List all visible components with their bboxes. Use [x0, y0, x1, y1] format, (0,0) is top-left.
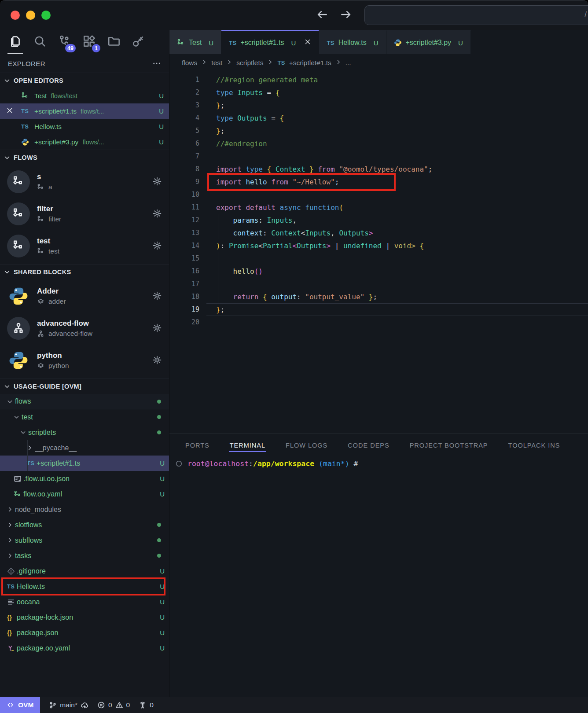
- tree-item[interactable]: oocanaU: [0, 594, 169, 610]
- breadcrumb-file[interactable]: +scriptlet#1.ts: [289, 59, 331, 67]
- editor-tab--scriptlet-1-ts[interactable]: TS+scriptlet#1.tsU: [221, 30, 319, 54]
- remote-indicator[interactable]: OVM: [0, 697, 40, 713]
- tree-item[interactable]: {}package-lock.jsonU: [0, 610, 169, 625]
- gear-icon[interactable]: [152, 355, 162, 366]
- open-editor-item[interactable]: TS+scriptlet#1.tsflows/t...U: [0, 103, 169, 119]
- branch-status[interactable]: main*: [49, 701, 88, 709]
- panel-tab-code-deps[interactable]: CODE DEPS: [348, 442, 389, 449]
- activity-item-search[interactable]: [33, 35, 46, 49]
- code-line[interactable]: 11export default async function(: [169, 201, 588, 214]
- editor-tab-test[interactable]: TestU: [169, 30, 221, 54]
- code-line[interactable]: 13 context: Context<Inputs, Outputs>: [169, 227, 588, 239]
- open-editor-item[interactable]: Testflows/testU: [0, 88, 169, 103]
- code-line[interactable]: 3};: [169, 99, 588, 112]
- chevron-down-icon: [11, 414, 22, 420]
- code-line[interactable]: 9import hello from "~/Hellow";: [169, 176, 588, 188]
- code-editor[interactable]: 1//#region generated meta2type Inputs = …: [169, 71, 588, 434]
- tree-item[interactable]: TS+scriptlet#1.tsU: [0, 456, 169, 471]
- flow-item[interactable]: filterfilter: [0, 200, 169, 228]
- command-center-search-input[interactable]: /: [364, 5, 588, 25]
- tree-item[interactable]: test: [0, 409, 169, 425]
- close-window-button[interactable]: [11, 11, 20, 20]
- gear-icon[interactable]: [152, 323, 162, 334]
- gear-icon[interactable]: [152, 209, 162, 220]
- tree-item[interactable]: .flow.ui.oo.jsonU: [0, 471, 169, 486]
- code-line[interactable]: 16 hello(): [169, 265, 588, 278]
- flow-item[interactable]: testtest: [0, 232, 169, 260]
- git-status-badge: U: [209, 39, 213, 47]
- shared-block-item[interactable]: advanced-flowadvanced-flow: [0, 314, 169, 342]
- tree-item[interactable]: scriptlets: [0, 425, 169, 440]
- terminal-decoration-icon: [175, 460, 183, 467]
- editor-tab--scriptlet-3-py[interactable]: +scriptlet#3.pyU: [386, 30, 471, 54]
- panel-tab-project-bootstrap[interactable]: PROJECT BOOTSTRAP: [410, 442, 488, 449]
- breadcrumb-item[interactable]: test: [211, 59, 222, 67]
- ports-status[interactable]: 0: [139, 701, 154, 709]
- tree-item[interactable]: slotflows: [0, 517, 169, 533]
- activity-item-folder[interactable]: [107, 35, 120, 49]
- tree-item[interactable]: {}package.jsonU: [0, 625, 169, 640]
- activity-item-blocks[interactable]: 1: [83, 35, 96, 49]
- tree-item[interactable]: __pycache__: [0, 440, 169, 456]
- shared-block-header[interactable]: SHARED BLOCKS: [0, 265, 169, 279]
- zoom-window-button[interactable]: [41, 11, 51, 20]
- problems-status[interactable]: 00: [97, 701, 130, 709]
- flow-header[interactable]: FLOWS: [0, 150, 169, 165]
- tree-item[interactable]: flows: [0, 394, 169, 409]
- tree-item[interactable]: flow.oo.yamlU: [0, 486, 169, 502]
- code-line[interactable]: 19};: [169, 303, 588, 316]
- code-line[interactable]: 10: [169, 188, 588, 201]
- code-line[interactable]: 17: [169, 278, 588, 290]
- panel-tab-ports[interactable]: PORTS: [185, 442, 209, 449]
- shared-block-item[interactable]: pythonpython: [0, 346, 169, 375]
- code-line[interactable]: 1//#region generated meta: [169, 74, 588, 86]
- code-line[interactable]: 2type Inputs = {: [169, 86, 588, 99]
- tree-item[interactable]: node_modules: [0, 502, 169, 517]
- back-arrow-icon[interactable]: [316, 8, 328, 21]
- breadcrumb[interactable]: flowstestscriptletsTS+scriptlet#1.ts...: [169, 54, 588, 71]
- code-line[interactable]: 14): Promise<Partial<Outputs> | undefine…: [169, 239, 588, 252]
- forward-arrow-icon[interactable]: [340, 8, 352, 21]
- gear-icon[interactable]: [152, 241, 162, 252]
- code-line[interactable]: 20: [169, 316, 588, 329]
- panel-tab-terminal[interactable]: TERMINAL: [230, 442, 265, 449]
- flow-item[interactable]: sa: [0, 168, 169, 196]
- breadcrumb-item[interactable]: scriptlets: [236, 59, 263, 67]
- code-line[interactable]: 18 return { output: "output_value" };: [169, 290, 588, 303]
- close-icon[interactable]: [304, 38, 311, 47]
- git-status-badge: U: [160, 598, 165, 606]
- code-line[interactable]: 15: [169, 252, 588, 265]
- close-icon[interactable]: [6, 107, 21, 115]
- tree-item[interactable]: TSHellow.tsU: [0, 579, 169, 594]
- tree-item[interactable]: .gitignoreU: [0, 563, 169, 579]
- breadcrumb-item[interactable]: flows: [182, 59, 197, 67]
- tree-item-label: tasks: [15, 552, 154, 560]
- open-editor-item[interactable]: +scriptlet#3.pyflows/...U: [0, 134, 169, 150]
- gear-icon[interactable]: [152, 291, 162, 302]
- code-line[interactable]: 5};: [169, 125, 588, 137]
- usage-guide-header[interactable]: USAGE-GUIDE [OVM]: [0, 379, 169, 394]
- item-subtitle: filter: [37, 215, 145, 223]
- breadcrumb-overflow[interactable]: ...: [345, 59, 351, 67]
- open-editor-item[interactable]: TSHellow.tsU: [0, 119, 169, 134]
- code-line[interactable]: 7: [169, 150, 588, 163]
- code-line[interactable]: 4type Outputs = {: [169, 112, 588, 125]
- editor-tab-hellow-ts[interactable]: TSHellow.tsU: [319, 30, 386, 54]
- code-line[interactable]: 6//#endregion: [169, 137, 588, 150]
- panel-tab-toolpack-ins[interactable]: TOOLPACK INS: [508, 442, 560, 449]
- open-editors-header[interactable]: OPEN EDITORS: [0, 73, 169, 88]
- terminal[interactable]: root@localhost:/app/workspace (main*) #: [169, 459, 588, 468]
- gear-icon[interactable]: [152, 176, 162, 187]
- activity-item-flow-graph[interactable]: 49: [58, 35, 71, 49]
- panel-tab-flow-logs[interactable]: FLOW LOGS: [286, 442, 327, 449]
- minimize-window-button[interactable]: [26, 11, 35, 20]
- tree-item[interactable]: subflows: [0, 533, 169, 548]
- shared-block-item[interactable]: Adderadder: [0, 282, 169, 310]
- code-line[interactable]: 12 params: Inputs,: [169, 214, 588, 227]
- tree-item[interactable]: package.oo.yamlU: [0, 640, 169, 656]
- activity-item-files[interactable]: [9, 35, 22, 49]
- activity-item-key[interactable]: [132, 35, 145, 49]
- ellipsis-icon[interactable]: [152, 59, 161, 68]
- code-line[interactable]: 8import type { Context } from "@oomol/ty…: [169, 163, 588, 176]
- tree-item[interactable]: tasks: [0, 548, 169, 563]
